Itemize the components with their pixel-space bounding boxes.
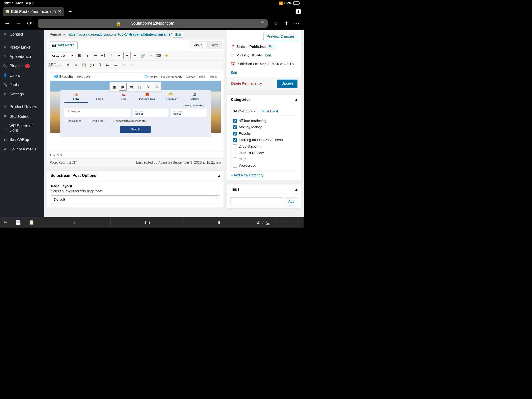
category-checkbox[interactable]: [233, 119, 237, 123]
category-checkbox[interactable]: [233, 132, 237, 135]
strikethrough-button[interactable]: ABC: [49, 62, 56, 69]
align-center-icon[interactable]: ▣: [119, 83, 127, 91]
suggestion-2[interactable]: This: [111, 218, 183, 226]
add-tag-button[interactable]: Add: [285, 198, 298, 205]
sidebar-item-plugins[interactable]: 🔌Plugins6: [0, 61, 44, 70]
format-dropdown[interactable]: Paragraph▾: [49, 53, 75, 59]
clear-format-button[interactable]: 🏷: [88, 62, 95, 69]
category-checkbox[interactable]: [233, 164, 237, 167]
permalink-edit-button[interactable]: Edit: [173, 32, 183, 37]
sidebar-item-pretty-links[interactable]: ✶Pretty Links: [0, 42, 44, 52]
tag-input[interactable]: [230, 198, 283, 205]
visibility-edit-link[interactable]: Edit: [265, 53, 271, 57]
kb-bold-icon[interactable]: B: [255, 220, 261, 225]
category-starting-an-online-business[interactable]: Starting an Online Business: [233, 137, 295, 143]
add-media-button[interactable]: 📷Add Media: [49, 42, 77, 49]
published-edit-link[interactable]: Edit: [231, 70, 237, 75]
copy-icon[interactable]: 📄: [12, 220, 25, 225]
sidebar-item-tools[interactable]: 🔧Tools: [0, 80, 44, 89]
sidebar-item-contact[interactable]: ✉Contact: [0, 30, 44, 39]
permalink-slug[interactable]: top-14-travel-affiliate-programs/: [118, 32, 171, 37]
number-list-button[interactable]: ≡1: [100, 52, 107, 59]
collapse-icon[interactable]: ▴: [218, 173, 220, 178]
browser-tab[interactable]: 📊 Edit Post ‹ Your Income A ✕: [3, 7, 64, 16]
align-right-icon[interactable]: ▥: [136, 83, 144, 91]
link-button[interactable]: 🔗: [139, 52, 147, 59]
quote-button[interactable]: ❝: [108, 52, 115, 59]
close-tab-icon[interactable]: ✕: [58, 9, 61, 14]
indent-button[interactable]: ⇥: [112, 62, 119, 69]
add-new-category-link[interactable]: + Add New Category: [227, 173, 301, 180]
kb-dismiss-icon[interactable]: ﹀: [294, 220, 304, 225]
update-button[interactable]: Update: [277, 80, 297, 88]
suggestion-3[interactable]: If: [183, 218, 255, 226]
sidebar-item-settings[interactable]: ⚙Settings: [0, 89, 44, 99]
align-left-icon[interactable]: ▤: [127, 83, 135, 91]
reload-button[interactable]: ⟳: [27, 20, 32, 27]
sidebar-item-star-rating[interactable]: ✸Star Rating: [0, 112, 44, 121]
undo-button[interactable]: ↶: [120, 62, 127, 69]
category-checkbox[interactable]: [233, 138, 237, 142]
sidebar-item-backwpup[interactable]: ◐BackWPup: [0, 135, 44, 144]
tab-count-badge[interactable]: 1: [296, 9, 301, 14]
edit-image-icon[interactable]: ✎: [144, 83, 152, 91]
star-button[interactable]: ★: [163, 52, 170, 59]
sidebar-item-product-review[interactable]: ☆Product Review: [0, 102, 44, 111]
back-button[interactable]: ←: [4, 20, 10, 27]
align-center-button[interactable]: ≡: [123, 52, 131, 59]
kb-down-icon[interactable]: ﹀: [280, 220, 290, 225]
text-color-button[interactable]: A: [65, 62, 72, 69]
kb-underline-icon[interactable]: U: [265, 220, 271, 225]
category-checkbox[interactable]: [233, 157, 237, 161]
delete-permanently-link[interactable]: Delete Permanently: [231, 82, 262, 86]
kb-italic-icon[interactable]: I: [261, 220, 265, 225]
category-checkbox[interactable]: [233, 145, 237, 148]
scissors-icon[interactable]: ✂: [0, 220, 12, 225]
address-bar[interactable]: 🔒 yourincomeadvisor.com 🎤: [38, 19, 268, 28]
category-product-review[interactable]: Product Review: [233, 150, 295, 156]
category-making-money[interactable]: Making Money: [233, 124, 295, 130]
bold-button[interactable]: B: [76, 52, 83, 59]
bookmark-icon[interactable]: ☆: [273, 20, 279, 26]
most-used-tab[interactable]: Most Used: [258, 107, 281, 115]
category-checkbox[interactable]: [233, 151, 237, 155]
sidebar-item-users[interactable]: 👤Users: [0, 71, 44, 80]
mic-icon[interactable]: 🎤: [259, 21, 264, 26]
preview-changes-button[interactable]: Preview Changes: [263, 32, 298, 40]
new-tab-button[interactable]: +: [67, 8, 73, 15]
visual-tab[interactable]: Visual: [190, 41, 207, 49]
category-seo[interactable]: SEO: [233, 156, 295, 162]
category-wordpress[interactable]: Wordpress: [233, 162, 295, 169]
sidebar-item-collapse-menu[interactable]: ◀Collapse menu: [0, 145, 44, 154]
collapse-icon[interactable]: ▴: [295, 187, 297, 192]
page-layout-select[interactable]: Default˅: [51, 196, 220, 204]
align-none-icon[interactable]: ▦: [111, 83, 118, 91]
all-categories-tab[interactable]: All Categories: [230, 107, 258, 115]
text-color-chevron[interactable]: ▾: [72, 62, 80, 69]
editor-content[interactable]: 🌐 Expedia More travel˅ 🌐 EnglishList you…: [47, 70, 224, 152]
outdent-button[interactable]: ⇤: [104, 62, 111, 69]
sidebar-item-wp-speed-of-light[interactable]: 🜂WP Speed of Light: [0, 121, 44, 135]
status-edit-link[interactable]: Edit: [268, 44, 275, 49]
redo-button[interactable]: ↷: [128, 62, 135, 69]
text-tab[interactable]: Text: [207, 41, 222, 49]
category-checkbox[interactable]: [233, 125, 237, 129]
paste-button[interactable]: 📋: [80, 62, 88, 69]
suggestion-1[interactable]: I: [38, 218, 111, 226]
remove-image-icon[interactable]: ✕: [153, 83, 160, 91]
collapse-icon[interactable]: ▴: [295, 97, 297, 102]
share-icon[interactable]: ⬆︎: [284, 20, 288, 26]
align-left-button[interactable]: ≡: [115, 52, 123, 59]
align-right-button[interactable]: ≡: [132, 52, 139, 59]
category-popular[interactable]: Popular: [233, 130, 295, 137]
more-icon[interactable]: ⋯: [294, 20, 299, 26]
hr-button[interactable]: —: [57, 62, 64, 69]
bullet-list-button[interactable]: ≡•: [92, 52, 99, 59]
italic-button[interactable]: I: [84, 52, 91, 59]
sidebar-item-appearance[interactable]: ✎Appearance: [0, 52, 44, 61]
category-drop-shipping[interactable]: Drop Shipping: [233, 143, 295, 150]
permalink-base[interactable]: https://yourincomeadvisor.com/: [68, 32, 116, 37]
toolbar-toggle-button[interactable]: ⌨: [155, 52, 162, 59]
paste-kb-icon[interactable]: 📋: [25, 220, 38, 225]
kb-up-icon[interactable]: ︿: [271, 220, 280, 225]
